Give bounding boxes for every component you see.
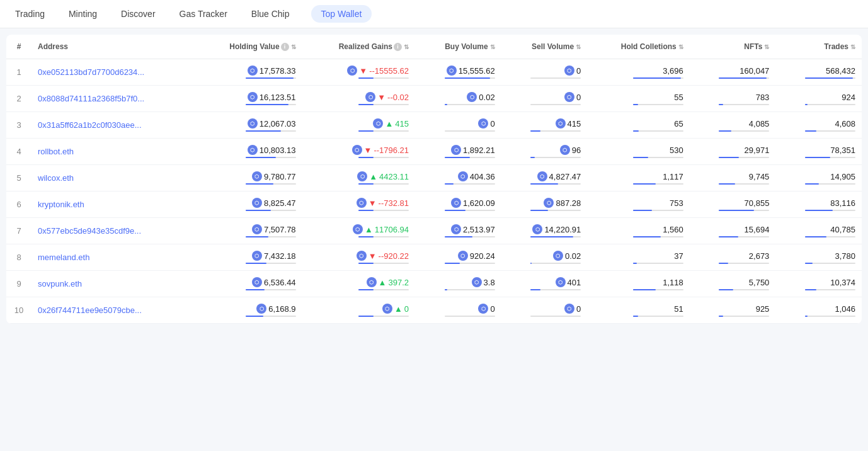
collections-value-text: 3,696 bbox=[663, 66, 683, 76]
address-link[interactable]: memeland.eth bbox=[38, 253, 89, 262]
address-link[interactable]: sovpunk.eth bbox=[38, 279, 82, 288]
cell-buy-volume: ⬡ 0 bbox=[415, 112, 501, 139]
cell-holding-value: ⬡ 12,067.03 bbox=[194, 112, 302, 139]
collections-value-text: 51 bbox=[674, 304, 683, 314]
holding-value-text: 17,578.33 bbox=[260, 66, 296, 76]
gains-bar bbox=[358, 157, 409, 158]
cell-realized-gains: ⬡ ▼ --1796.21 bbox=[302, 139, 415, 165]
cell-holding-value: ⬡ 8,825.47 bbox=[194, 191, 302, 218]
holding-value-text: 6,168.9 bbox=[268, 304, 295, 314]
cell-trades: 4,608 bbox=[775, 112, 862, 139]
nav-item-minting[interactable]: Minting bbox=[66, 5, 100, 23]
buy-volume-text: 2,513.97 bbox=[463, 225, 495, 234]
trades-value-text: 83,116 bbox=[830, 198, 855, 208]
cell-address[interactable]: 0x8088d74111a2368f5b7f0... bbox=[31, 86, 194, 112]
buy-volume-text: 1,892.21 bbox=[463, 146, 495, 155]
cell-nfts: 70,855 bbox=[690, 191, 776, 218]
col-holding: Holding Value i⇅ bbox=[194, 35, 302, 59]
buy-bar bbox=[445, 289, 495, 290]
address-link[interactable]: 0x577ebc5de943e35cdf9e... bbox=[38, 226, 141, 236]
cell-hold-collections: 51 bbox=[587, 297, 690, 324]
cell-address[interactable]: rollbot.eth bbox=[31, 139, 194, 165]
cell-address[interactable]: kryptonik.eth bbox=[31, 191, 194, 218]
buy-volume-text: 404.36 bbox=[470, 172, 495, 181]
collections-bar bbox=[633, 236, 683, 237]
sell-volume-text: 0 bbox=[576, 304, 581, 314]
col-address: Address bbox=[31, 35, 194, 59]
cell-address[interactable]: 0x577ebc5de943e35cdf9e... bbox=[31, 218, 194, 244]
cell-nfts: 2,673 bbox=[690, 244, 776, 271]
buy-volume-text: 15,555.62 bbox=[459, 66, 495, 76]
sell-bar bbox=[530, 157, 581, 158]
sort-icon: ⇅ bbox=[678, 43, 683, 50]
sell-volume-text: 0.02 bbox=[565, 251, 581, 261]
cell-realized-gains: ⬡ ▲ 4423.11 bbox=[302, 165, 415, 191]
nfts-bar bbox=[719, 183, 769, 185]
cell-realized-gains: ⬡ ▲ 0 bbox=[302, 297, 415, 324]
nav-item-trading[interactable]: Trading bbox=[13, 5, 47, 23]
address-link[interactable]: 0x31a5ff62a1b2c0f030aee... bbox=[38, 120, 142, 130]
address-link[interactable]: kryptonik.eth bbox=[38, 200, 84, 209]
eth-icon: ⬡ bbox=[553, 251, 563, 261]
cell-nfts: 5,750 bbox=[690, 271, 776, 297]
eth-icon: ⬡ bbox=[352, 145, 362, 155]
nav-item-discover[interactable]: Discover bbox=[118, 5, 157, 23]
holding-value-text: 7,507.78 bbox=[264, 225, 296, 234]
holding-bar bbox=[246, 183, 296, 185]
sell-volume-text: 96 bbox=[572, 146, 581, 155]
cell-nfts: 925 bbox=[690, 297, 776, 324]
sort-icon: ⇅ bbox=[490, 43, 495, 50]
col-rank: # bbox=[6, 35, 31, 59]
cell-address[interactable]: 0x31a5ff62a1b2c0f030aee... bbox=[31, 112, 194, 139]
cell-holding-value: ⬡ 7,432.18 bbox=[194, 244, 302, 271]
cell-realized-gains: ⬡ ▲ 397.2 bbox=[302, 271, 415, 297]
table-container: # Address Holding Value i⇅ Realized Gain… bbox=[6, 35, 862, 324]
table-row: 9sovpunk.eth ⬡ 6,536.44 ⬡ ▲ 397.2 ⬡ 3. bbox=[6, 271, 862, 297]
cell-address[interactable]: 0xe052113bd7d7700d6234... bbox=[31, 59, 194, 86]
buy-volume-text: 3.8 bbox=[484, 278, 495, 287]
trades-bar bbox=[805, 316, 855, 317]
table-row: 30x31a5ff62a1b2c0f030aee... ⬡ 12,067.03 … bbox=[6, 112, 862, 139]
address-link[interactable]: wilcox.eth bbox=[38, 173, 74, 183]
eth-icon: ⬡ bbox=[357, 198, 367, 208]
cell-buy-volume: ⬡ 920.24 bbox=[415, 244, 501, 271]
holding-bar bbox=[246, 236, 296, 237]
address-link[interactable]: 0x26f744711ee9e5079cbe... bbox=[38, 305, 142, 315]
gains-arrow: ▼ bbox=[359, 66, 367, 76]
cell-trades: 924 bbox=[775, 86, 862, 112]
col-collections: Hold Colletions ⇅ bbox=[587, 35, 690, 59]
gains-value-text: --920.22 bbox=[379, 251, 409, 261]
nfts-value-text: 5,750 bbox=[749, 278, 770, 287]
cell-address[interactable]: memeland.eth bbox=[31, 244, 194, 271]
gains-value-text: 415 bbox=[395, 119, 409, 128]
address-link[interactable]: rollbot.eth bbox=[38, 147, 74, 156]
col-sell: Sell Volume ⇅ bbox=[501, 35, 588, 59]
eth-icon: ⬡ bbox=[458, 171, 468, 181]
buy-bar bbox=[445, 157, 495, 158]
nav-item-gas-tracker[interactable]: Gas Tracker bbox=[177, 5, 230, 23]
table-row: 20x8088d74111a2368f5b7f0... ⬡ 16,123.51 … bbox=[6, 86, 862, 112]
address-link[interactable]: 0x8088d74111a2368f5b7f0... bbox=[38, 94, 144, 103]
address-link[interactable]: 0xe052113bd7d7700d6234... bbox=[38, 67, 144, 77]
cell-address[interactable]: sovpunk.eth bbox=[31, 271, 194, 297]
cell-holding-value: ⬡ 7,507.78 bbox=[194, 218, 302, 244]
cell-address[interactable]: 0x26f744711ee9e5079cbe... bbox=[31, 297, 194, 324]
col-gains: Realized Gains i⇅ bbox=[302, 35, 415, 59]
header-row: # Address Holding Value i⇅ Realized Gain… bbox=[6, 35, 862, 59]
collections-value-text: 1,117 bbox=[663, 172, 683, 181]
nfts-value-text: 925 bbox=[756, 304, 770, 314]
nfts-value-text: 70,855 bbox=[745, 198, 770, 208]
eth-icon: ⬡ bbox=[248, 66, 258, 76]
sort-icon: ⇅ bbox=[404, 43, 409, 50]
eth-icon: ⬡ bbox=[248, 92, 258, 102]
nav-item-blue-chip[interactable]: Blue Chip bbox=[249, 5, 292, 23]
holding-bar bbox=[246, 263, 296, 264]
nav-item-top-wallet[interactable]: Top Wallet bbox=[311, 5, 372, 23]
cell-sell-volume: ⬡ 0.02 bbox=[501, 244, 588, 271]
collections-value-text: 37 bbox=[674, 251, 683, 261]
eth-icon: ⬡ bbox=[556, 277, 566, 287]
cell-buy-volume: ⬡ 1,620.09 bbox=[415, 191, 501, 218]
cell-address[interactable]: wilcox.eth bbox=[31, 165, 194, 191]
nfts-bar bbox=[719, 236, 769, 237]
holding-bar bbox=[246, 104, 296, 105]
